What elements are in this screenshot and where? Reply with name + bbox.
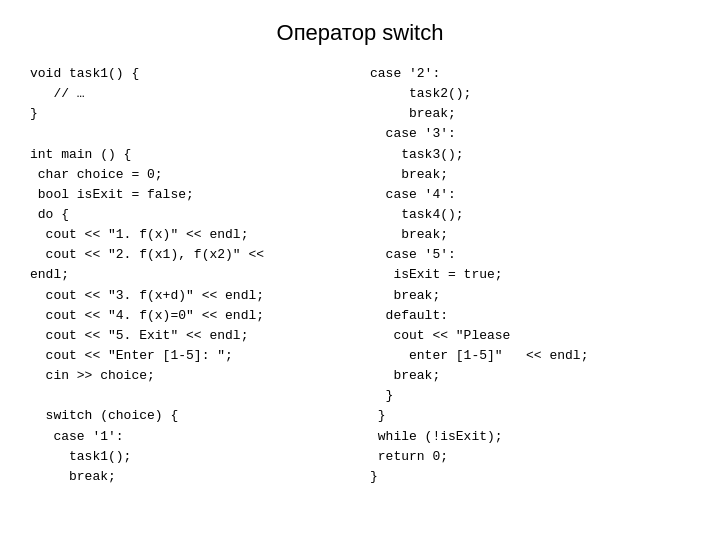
page-title: Оператор switch [277, 20, 444, 45]
page-container: Оператор switch void task1() { // … } in… [0, 0, 720, 540]
code-area: void task1() { // … } int main () { char… [30, 64, 690, 520]
code-column-right: case '2': task2(); break; case '3': task… [360, 64, 690, 520]
title-area: Оператор switch [30, 20, 690, 46]
code-column-left: void task1() { // … } int main () { char… [30, 64, 360, 520]
